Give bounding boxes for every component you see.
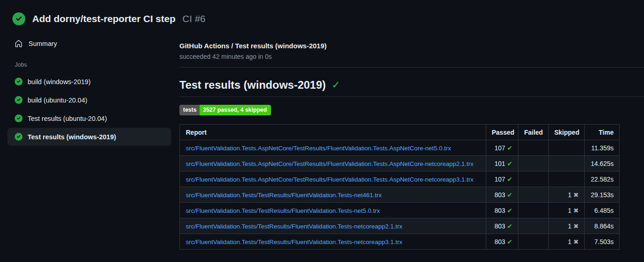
- job-label: build (windows-2019): [28, 78, 91, 85]
- divider: [179, 67, 644, 68]
- badge-value: 3527 passed, 4 skipped: [200, 105, 271, 115]
- run-success-icon: [12, 12, 25, 25]
- report-cell: src/FluentValidation.Tests/TestResults/F…: [180, 203, 486, 218]
- job-label: Test results (ubuntu-20.04): [28, 115, 107, 122]
- report-cell: src/FluentValidation.Tests.AspNetCore/Te…: [180, 171, 486, 187]
- table-row: src/FluentValidation.Tests/TestResults/F…: [180, 203, 620, 218]
- run-header: Add dorny/test-reporter CI step CI #6: [0, 0, 644, 25]
- table-row: src/FluentValidation.Tests/TestResults/F…: [180, 234, 620, 250]
- sidebar-job-item-1[interactable]: build (ubuntu-20.04): [7, 91, 171, 109]
- skipped-cell: 1✖: [549, 218, 585, 234]
- passed-cell: 107✔: [486, 140, 518, 156]
- skipped-cell: 1✖: [549, 187, 585, 203]
- time-cell: 11.359s: [585, 140, 620, 156]
- sidebar-item-label: Summary: [29, 40, 57, 47]
- sidebar-job-item-0[interactable]: build (windows-2019): [7, 73, 171, 91]
- report-cell: src/FluentValidation.Tests.AspNetCore/Te…: [180, 140, 486, 156]
- column-header-time: Time: [585, 125, 620, 140]
- x-icon: ✖: [573, 207, 579, 214]
- table-row: src/FluentValidation.Tests.AspNetCore/Te…: [180, 171, 620, 187]
- tests-badge[interactable]: tests 3527 passed, 4 skipped: [179, 105, 271, 115]
- check-icon: ✔: [507, 222, 512, 230]
- failed-cell: [518, 140, 549, 156]
- column-header-failed: Failed: [518, 125, 549, 140]
- check-header: GitHub Actions / Test results (windows-2…: [179, 35, 644, 60]
- skipped-cell: 1✖: [549, 203, 585, 218]
- run-number: CI #6: [183, 13, 206, 24]
- time-cell: 7.503s: [585, 234, 620, 250]
- table-row: src/FluentValidation.Tests.AspNetCore/Te…: [180, 140, 620, 156]
- run-title: Add dorny/test-reporter CI step: [32, 13, 176, 24]
- failed-cell: [518, 156, 549, 171]
- passed-cell: 803✔: [486, 187, 518, 203]
- check-icon: ✔: [507, 144, 512, 152]
- section-title: Test results (windows-2019): [179, 79, 326, 91]
- time-cell: 6.485s: [585, 203, 620, 218]
- column-header-passed: Passed: [486, 125, 518, 140]
- report-link[interactable]: src/FluentValidation.Tests/TestResults/F…: [186, 239, 402, 245]
- failed-cell: [518, 187, 549, 203]
- x-icon: ✖: [573, 191, 579, 199]
- report-link[interactable]: src/FluentValidation.Tests/TestResults/F…: [186, 192, 382, 199]
- job-success-icon: [15, 78, 23, 85]
- skipped-cell: [549, 156, 585, 171]
- sidebar-item-summary[interactable]: Summary: [7, 35, 171, 51]
- report-table-body: src/FluentValidation.Tests.AspNetCore/Te…: [180, 140, 620, 250]
- x-icon: ✖: [573, 238, 579, 245]
- column-header-skipped: Skipped: [549, 125, 585, 140]
- passed-cell: 803✔: [486, 234, 518, 250]
- failed-cell: [518, 234, 549, 250]
- home-icon: [15, 40, 23, 47]
- column-header-report: Report: [180, 125, 486, 140]
- report-cell: src/FluentValidation.Tests/TestResults/F…: [180, 218, 486, 234]
- skipped-cell: 1✖: [549, 234, 585, 250]
- check-icon: ✔: [507, 238, 512, 245]
- table-row: src/FluentValidation.Tests/TestResults/F…: [180, 187, 620, 203]
- job-success-icon: [15, 133, 23, 141]
- passed-cell: 803✔: [486, 218, 518, 234]
- time-cell: 22.582s: [585, 171, 620, 187]
- sidebar-job-item-2[interactable]: Test results (ubuntu-20.04): [7, 109, 171, 127]
- badge-label: tests: [179, 105, 200, 115]
- check-icon: ✔: [507, 207, 512, 214]
- report-cell: src/FluentValidation.Tests/TestResults/F…: [180, 187, 486, 203]
- x-icon: ✖: [573, 222, 579, 230]
- report-link[interactable]: src/FluentValidation.Tests.AspNetCore/Te…: [186, 160, 473, 167]
- report-link[interactable]: src/FluentValidation.Tests/TestResults/F…: [186, 223, 402, 230]
- failed-cell: [518, 218, 549, 234]
- success-check-icon: ✓: [332, 80, 340, 90]
- table-row: src/FluentValidation.Tests.AspNetCore/Te…: [180, 156, 620, 171]
- failed-cell: [518, 203, 549, 218]
- job-label: build (ubuntu-20.04): [28, 97, 87, 104]
- check-icon: ✔: [507, 160, 512, 167]
- report-link[interactable]: src/FluentValidation.Tests/TestResults/F…: [186, 207, 380, 214]
- check-icon: ✔: [507, 191, 512, 199]
- jobs-section-label: Jobs: [7, 62, 171, 68]
- main-content: GitHub Actions / Test results (windows-2…: [179, 35, 644, 250]
- report-cell: src/FluentValidation.Tests.AspNetCore/Te…: [180, 156, 486, 171]
- report-link[interactable]: src/FluentValidation.Tests.AspNetCore/Te…: [186, 145, 451, 152]
- section-heading: Test results (windows-2019) ✓: [179, 79, 644, 97]
- passed-cell: 803✔: [486, 203, 518, 218]
- job-success-icon: [15, 96, 23, 104]
- table-header-row: Report Passed Failed Skipped Time: [180, 125, 620, 140]
- job-success-icon: [15, 114, 23, 122]
- time-cell: 14.625s: [585, 156, 620, 171]
- sidebar: Summary Jobs build (windows-2019)build (…: [0, 35, 179, 250]
- check-title: GitHub Actions / Test results (windows-2…: [179, 42, 644, 50]
- time-cell: 8.864s: [585, 218, 620, 234]
- sidebar-job-item-3[interactable]: Test results (windows-2019): [7, 128, 171, 146]
- failed-cell: [518, 171, 549, 187]
- time-cell: 29.153s: [585, 187, 620, 203]
- report-cell: src/FluentValidation.Tests/TestResults/F…: [180, 234, 486, 250]
- job-label: Test results (windows-2019): [28, 133, 116, 141]
- check-icon: ✔: [507, 176, 512, 183]
- skipped-cell: [549, 171, 585, 187]
- report-link[interactable]: src/FluentValidation.Tests.AspNetCore/Te…: [186, 176, 473, 183]
- skipped-cell: [549, 140, 585, 156]
- job-list: build (windows-2019)build (ubuntu-20.04)…: [7, 73, 171, 146]
- check-status: succeeded 42 minutes ago in 0s: [179, 53, 644, 60]
- report-table: Report Passed Failed Skipped Time src/Fl…: [179, 124, 620, 250]
- passed-cell: 101✔: [486, 156, 518, 171]
- passed-cell: 107✔: [486, 171, 518, 187]
